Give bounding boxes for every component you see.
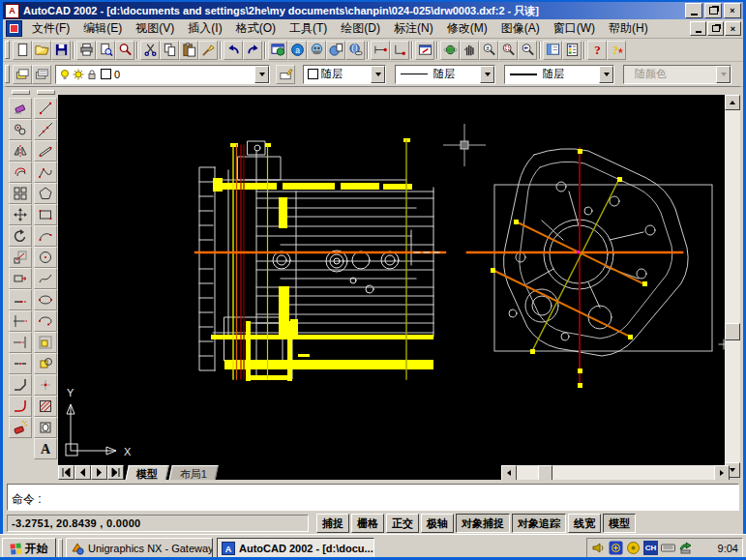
horizontal-scrollbar[interactable]: [501, 465, 730, 481]
scale-icon[interactable]: [9, 247, 32, 268]
explode-icon[interactable]: [9, 417, 32, 438]
zoom-window-icon[interactable]: [498, 41, 518, 60]
offset-icon[interactable]: [9, 162, 32, 183]
layer-color-swatch[interactable]: [101, 69, 111, 79]
layers-icon[interactable]: [13, 65, 32, 84]
menu-edit[interactable]: 编辑(E): [76, 18, 129, 39]
rotate-icon[interactable]: [9, 225, 32, 247]
scroll-up-button[interactable]: [725, 95, 740, 110]
linetype-dropdown-arrow[interactable]: [480, 66, 494, 83]
menu-help[interactable]: 帮助(H): [602, 18, 655, 39]
ellipse-icon[interactable]: [34, 289, 57, 310]
document-icon[interactable]: [6, 20, 22, 37]
redo-icon[interactable]: [243, 41, 262, 60]
chamfer-icon[interactable]: [9, 374, 32, 396]
toggle-lineweight[interactable]: 线宽: [568, 514, 601, 533]
ime-tool-icon[interactable]: [609, 541, 623, 555]
menu-insert[interactable]: 插入(I): [181, 18, 228, 39]
task-autocad[interactable]: A AutoCAD 2002 - [d:\docu...: [217, 538, 374, 558]
hatch-icon[interactable]: [34, 396, 57, 417]
doc-close-button[interactable]: ×: [725, 21, 741, 36]
paste-icon[interactable]: [179, 41, 198, 60]
scroll-left-button[interactable]: [501, 465, 517, 481]
system-utility-icon[interactable]: [678, 541, 693, 555]
tab-next-button[interactable]: [91, 465, 107, 480]
drawing-area[interactable]: Y X: [58, 95, 731, 465]
layer-manager-icon[interactable]: [32, 65, 51, 84]
text-icon[interactable]: A: [34, 438, 57, 459]
rectangle-icon[interactable]: [34, 204, 57, 225]
toggle-grid[interactable]: 栅格: [351, 514, 384, 533]
lengthen-icon[interactable]: [9, 289, 32, 310]
toolbar-grip[interactable]: [5, 41, 10, 59]
make-layer-current-icon[interactable]: [276, 65, 295, 84]
hyperlink-icon[interactable]: [345, 41, 365, 60]
volume-icon[interactable]: [591, 541, 606, 555]
color-dropdown-arrow[interactable]: [371, 66, 385, 83]
close-button[interactable]: ×: [724, 3, 741, 18]
fillet-icon[interactable]: [9, 396, 32, 417]
cut-icon[interactable]: [140, 41, 160, 60]
layer-combobox[interactable]: 0: [55, 65, 270, 84]
undo-icon[interactable]: [224, 41, 243, 60]
erase-icon[interactable]: [9, 98, 32, 119]
copy-icon[interactable]: [160, 41, 179, 60]
lineweight-combobox[interactable]: 随层: [504, 65, 614, 84]
menu-draw[interactable]: 绘图(D): [334, 18, 387, 39]
new-file-icon[interactable]: [13, 41, 32, 60]
print-preview-icon[interactable]: [96, 41, 115, 60]
snap-from-icon[interactable]: [390, 41, 409, 60]
menu-tools[interactable]: 工具(T): [283, 18, 334, 39]
menu-window[interactable]: 窗口(W): [547, 18, 602, 39]
array-icon[interactable]: [9, 183, 32, 204]
break-icon[interactable]: [9, 353, 32, 374]
ellipse-arc-icon[interactable]: [34, 310, 57, 332]
toggle-ortho[interactable]: 正交: [386, 514, 419, 533]
menu-view[interactable]: 视图(V): [129, 18, 181, 39]
doc-minimize-button[interactable]: [690, 21, 706, 36]
zoom-previous-icon[interactable]: [518, 41, 537, 60]
multiline-icon[interactable]: [34, 140, 57, 162]
layer-on-icon[interactable]: [59, 69, 71, 80]
layer-dropdown-arrow[interactable]: [254, 66, 269, 83]
start-button[interactable]: 开始: [2, 538, 56, 559]
restore-button[interactable]: [704, 3, 722, 18]
vertical-scrollbar[interactable]: [725, 95, 740, 478]
today-icon[interactable]: [268, 41, 287, 60]
toggle-otrack[interactable]: 对象追踪: [512, 514, 566, 533]
region-icon[interactable]: [34, 417, 57, 438]
tab-first-button[interactable]: [58, 465, 75, 480]
match-properties-icon[interactable]: [198, 41, 218, 60]
print-icon[interactable]: [76, 41, 96, 60]
move-icon[interactable]: [9, 204, 32, 225]
toggle-osnap[interactable]: 对象捕捉: [456, 514, 510, 533]
spline-icon[interactable]: [34, 268, 57, 289]
menu-image[interactable]: 图像(A): [494, 18, 547, 39]
taskbar-clock[interactable]: 9:04: [718, 543, 738, 554]
ime-language-indicator[interactable]: CH: [643, 541, 658, 555]
doc-restore-button[interactable]: [707, 21, 724, 36]
menu-format[interactable]: 格式(O): [229, 18, 283, 39]
mirror-icon[interactable]: [9, 140, 32, 162]
3d-orbit-icon[interactable]: [440, 41, 460, 60]
zoom-realtime-icon[interactable]: ±: [479, 41, 498, 60]
named-views-icon[interactable]: [415, 41, 434, 60]
toolbar-grip[interactable]: [37, 90, 55, 95]
polyline-icon[interactable]: [34, 162, 57, 183]
horizontal-scroll-thumb[interactable]: [538, 465, 552, 481]
pan-realtime-icon[interactable]: [460, 41, 479, 60]
temporary-track-point-icon[interactable]: [371, 41, 390, 60]
lineweight-dropdown-arrow[interactable]: [599, 66, 613, 83]
layer-lock-icon[interactable]: [86, 69, 98, 80]
toggle-model-space[interactable]: 模型: [603, 514, 636, 533]
toggle-polar[interactable]: 极轴: [421, 514, 454, 533]
point-icon[interactable]: [34, 374, 57, 396]
toolbar-grip[interactable]: [12, 90, 30, 95]
menu-modify[interactable]: 修改(M): [440, 18, 494, 39]
menu-file[interactable]: 文件(F): [25, 18, 76, 39]
polygon-icon[interactable]: [34, 183, 57, 204]
minimize-button[interactable]: [685, 3, 702, 18]
keyboard-icon[interactable]: [661, 541, 675, 555]
properties-icon[interactable]: [562, 41, 582, 60]
construction-line-icon[interactable]: [34, 119, 57, 140]
